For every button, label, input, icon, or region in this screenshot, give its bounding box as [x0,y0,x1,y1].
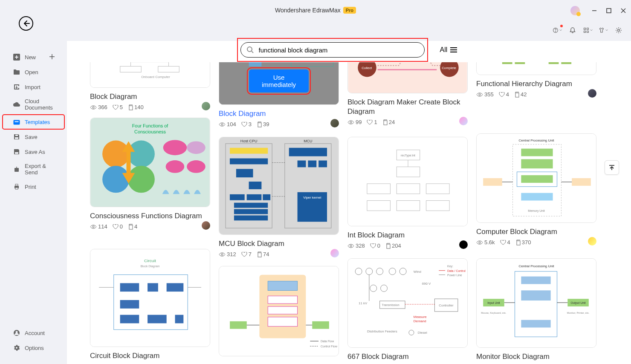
author-avatar[interactable] [202,221,210,230]
template-thumb: Four Functions ofConsciousness [90,118,210,207]
template-card[interactable]: Data FlowControl Flow [219,266,339,356]
use-immediately-button[interactable]: Use immediately [249,69,309,92]
svg-rect-151 [120,283,139,292]
likes-stat: 0 [113,223,123,230]
sidebar-item-print[interactable]: Print [3,179,64,194]
app-title: Wondershare EdrawMax [275,7,341,14]
card-title: Int Block Diagram [347,231,468,240]
svg-text:Measure: Measure [414,315,427,319]
sidebar-item-options[interactable]: Options [3,341,64,355]
author-avatar[interactable] [202,102,210,110]
svg-rect-156 [148,315,167,324]
minimize-button[interactable] [591,7,598,14]
user-avatar-icon[interactable] [570,6,580,15]
sidebar-item-account[interactable]: Account [3,326,64,340]
filter-all-button[interactable]: All [440,46,458,54]
svg-rect-1 [607,9,611,13]
sidebar-label: Cloud Documents [25,98,60,111]
svg-text:Transmission: Transmission [382,303,399,306]
template-card[interactable]: Wind 690 V 11 kVTransmission Controller … [347,258,468,361]
svg-rect-108 [249,182,262,189]
close-button[interactable] [620,7,627,14]
sidebar-label: Save [25,134,38,140]
svg-point-93 [187,160,206,173]
svg-rect-141 [521,193,553,201]
likes-stat: 7 [241,251,252,257]
template-card[interactable]: CollectComplete Block Diagram Maker Crea… [347,62,468,125]
maximize-button[interactable] [605,7,612,14]
account-icon [13,329,20,337]
likes-stat: 4 [500,239,510,246]
sidebar-item-open[interactable]: Open [3,65,64,79]
help-icon[interactable] [553,26,562,35]
template-card[interactable]: Central Processing Unit Input UnitOutput… [476,258,596,361]
svg-point-86 [102,140,129,167]
search-wrap [240,42,425,58]
template-card[interactable]: Onboard Computer Block Diagram 366 5 140 [90,62,210,110]
card-stats: 99 1 24 [347,119,468,125]
svg-rect-107 [236,169,253,177]
card-title: Computer Block Diagram [476,227,596,237]
window-controls [570,6,627,15]
svg-rect-15 [15,135,18,136]
likes-stat: 0 [370,243,380,249]
svg-rect-153 [167,283,184,292]
template-thumb: CircuitBlock Diagram [90,249,210,347]
likes-stat: 5 [113,104,123,110]
svg-rect-20 [15,188,18,189]
svg-rect-140 [521,175,553,183]
template-card[interactable]: Central Processing Unit Memory Unit Comp… [476,133,596,246]
sidebar-item-save[interactable]: Save [3,130,64,144]
card-title: Block Diagram [219,109,339,118]
svg-rect-14 [15,137,18,139]
author-avatar[interactable] [588,237,596,246]
author-avatar[interactable] [330,119,339,127]
likes-stat: 3 [241,121,252,127]
svg-text:recType:int: recType:int [401,154,415,157]
sidebar-label: Save As [25,149,45,155]
svg-rect-57 [384,121,387,125]
templates-icon [13,118,20,126]
sidebar-label: Templates [25,119,50,125]
svg-rect-204 [521,277,550,284]
apps-icon[interactable] [583,26,593,35]
sidebar: New Open Import Cloud Documents Template… [0,41,67,364]
svg-point-119 [221,254,223,255]
svg-point-91 [187,141,206,154]
template-card[interactable]: Host CPUMCU Viper kernel MCU Block Diagr… [219,137,339,257]
sidebar-item-saveas[interactable]: Save As [3,144,64,159]
svg-text:690 V: 690 V [422,282,431,286]
back-button[interactable] [19,16,33,31]
sidebar-item-import[interactable]: Import [3,80,64,94]
svg-point-88 [102,166,129,193]
card-title: Block Diagram [90,92,210,101]
tshirt-icon[interactable] [599,26,608,35]
template-card[interactable]: CircuitBlock Diagram Circuit Block Diagr… [90,249,210,361]
svg-rect-49 [258,123,261,127]
copies-stat: 140 [128,104,144,110]
settings-icon[interactable] [614,26,623,35]
sidebar-item-cloud[interactable]: Cloud Documents [3,95,64,114]
template-thumb: Data FlowControl Flow [219,266,339,356]
copies-stat: 370 [515,239,531,246]
svg-rect-69 [515,62,525,64]
sidebar-item-new[interactable]: New [3,50,64,64]
svg-rect-95 [129,225,133,229]
author-avatar[interactable] [330,249,339,257]
template-card[interactable]: Functional Hierarchy Diagram 355 4 42 [476,62,596,98]
sidebar-item-templates[interactable]: Templates [3,115,64,129]
svg-rect-102 [289,148,327,156]
author-avatar[interactable] [588,89,596,98]
author-avatar[interactable] [459,240,468,249]
template-card[interactable]: Use immediately Block Diagram 104 3 39 [219,62,339,127]
svg-rect-70 [549,62,559,64]
main-content: All Onboard Computer Block Diagram 366 5… [67,41,631,364]
template-card[interactable]: Four Functions ofConsciousness Conscious… [90,118,210,230]
template-card[interactable]: recType:int Int Block Diagram 328 0 204 [347,137,468,249]
template-thumb [476,62,596,75]
card-stats: 355 4 42 [476,91,596,98]
views-stat: 312 [219,251,236,257]
sidebar-item-export[interactable]: Export & Send [3,159,64,179]
bell-icon[interactable] [568,26,577,35]
plus-icon[interactable] [49,54,55,61]
